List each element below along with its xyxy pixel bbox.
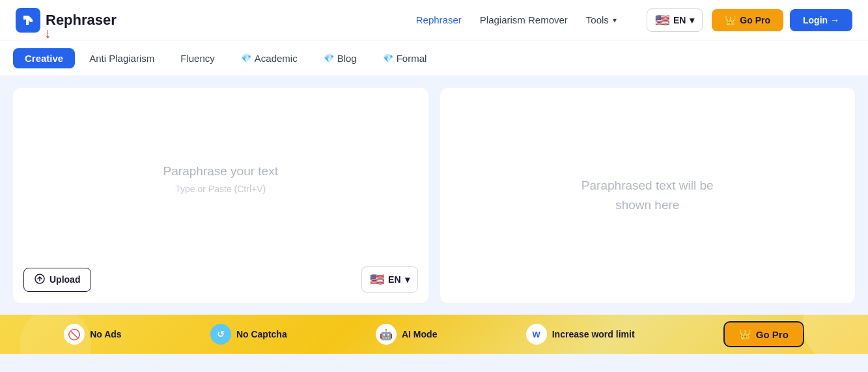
input-flag-icon: 🇺🇸 <box>370 272 384 287</box>
ai-mode-label: AI Mode <box>402 329 437 339</box>
flag-icon: 🇺🇸 <box>655 13 669 27</box>
gopro-button[interactable]: 👑 Go Pro <box>712 9 783 31</box>
main-header: Rephraser Rephraser Plagiarism Remover T… <box>0 0 868 40</box>
tabs-bar: ↓ Creative Anti Plagiarism Fluency 💎 Aca… <box>0 40 868 76</box>
diamond-icon: 💎 <box>241 53 251 63</box>
main-area: Paraphrase your text Type or Paste (Ctrl… <box>0 76 868 315</box>
no-ads-label: No Ads <box>90 329 121 339</box>
tab-creative[interactable]: Creative <box>13 48 75 68</box>
gopro-banner-button[interactable]: 👑 Go Pro <box>723 321 804 347</box>
diamond-icon-blog: 💎 <box>324 53 334 63</box>
output-panel: Paraphrased text will beshown here <box>440 88 856 303</box>
input-panel-footer: Upload 🇺🇸 EN ▾ <box>23 266 418 293</box>
lang-chevron-icon: ▾ <box>690 15 694 25</box>
output-placeholder: Paraphrased text will beshown here <box>581 176 714 216</box>
tools-chevron-icon: ▾ <box>613 16 617 25</box>
red-arrow-indicator: ↓ <box>44 25 51 42</box>
logo-area: Rephraser <box>16 8 117 33</box>
tab-blog[interactable]: 💎 Blog <box>312 48 369 68</box>
upload-icon <box>35 274 45 286</box>
diamond-icon-formal: 💎 <box>383 53 393 63</box>
input-language-selector[interactable]: 🇺🇸 EN ▾ <box>361 266 417 293</box>
nav-rephraser[interactable]: Rephraser <box>416 14 462 25</box>
banner-no-ads: 🚫 No Ads <box>64 324 121 345</box>
main-nav: Rephraser Plagiarism Remover Tools ▾ <box>416 14 617 25</box>
tab-academic[interactable]: 💎 Academic <box>229 48 309 68</box>
tab-fluency[interactable]: Fluency <box>169 48 227 68</box>
no-captcha-icon: ↺ <box>210 324 231 345</box>
no-ads-icon: 🚫 <box>64 324 85 345</box>
language-selector[interactable]: 🇺🇸 EN ▾ <box>647 8 703 32</box>
banner-ai-mode: 🤖 AI Mode <box>376 324 437 345</box>
crown-banner-icon: 👑 <box>739 328 751 340</box>
input-placeholder-sub: Type or Paste (Ctrl+V) <box>175 184 266 194</box>
no-captcha-label: No Captcha <box>236 329 287 339</box>
input-placeholder-main: Paraphrase your text <box>163 164 278 179</box>
nav-plagiarism-remover[interactable]: Plagiarism Remover <box>480 14 568 25</box>
nav-tools[interactable]: Tools ▾ <box>586 14 617 25</box>
word-limit-label: Increase word limit <box>552 329 635 339</box>
tab-formal[interactable]: 💎 Formal <box>371 48 439 68</box>
bottom-banner: 🚫 No Ads ↺ No Captcha 🤖 AI Mode W Increa… <box>0 315 868 354</box>
logo-icon[interactable] <box>16 8 40 33</box>
logo-text: Rephraser <box>46 12 117 29</box>
input-placeholder-area: Paraphrase your text Type or Paste (Ctrl… <box>23 98 418 260</box>
language-label: EN <box>673 15 686 25</box>
banner-no-captcha: ↺ No Captcha <box>210 324 287 345</box>
tab-anti-plagiarism[interactable]: Anti Plagiarism <box>77 48 166 68</box>
input-lang-chevron-icon: ▾ <box>405 274 410 285</box>
crown-icon: 👑 <box>725 15 736 25</box>
banner-word-limit: W Increase word limit <box>526 324 635 345</box>
login-button[interactable]: Login → <box>790 9 852 31</box>
input-language-label: EN <box>388 274 400 285</box>
word-limit-icon: W <box>526 324 547 345</box>
input-panel: Paraphrase your text Type or Paste (Ctrl… <box>13 88 428 303</box>
upload-button[interactable]: Upload <box>23 268 91 292</box>
ai-mode-icon: 🤖 <box>376 324 397 345</box>
